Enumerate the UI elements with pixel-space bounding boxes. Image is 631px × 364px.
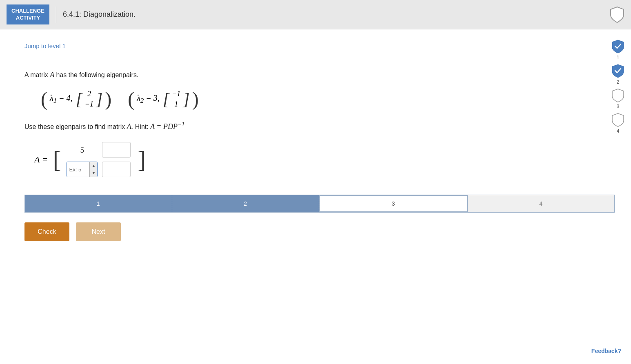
open-paren-1: ( — [41, 89, 47, 109]
left-bracket-1: [ — [76, 91, 82, 108]
matrix-input-1-2[interactable] — [102, 142, 131, 158]
matrix-left-bracket: [ — [53, 147, 61, 172]
right-bracket-2: ] — [183, 91, 189, 108]
matrix-value-1-1: 5 — [80, 145, 84, 155]
shield-checked-2-icon — [611, 64, 624, 78]
matrix-cell-2-2[interactable] — [100, 160, 133, 178]
matrix-cell-1-2[interactable] — [100, 141, 133, 159]
problem-statement: A matrix A has the following eigenpairs. — [24, 71, 615, 79]
feedback-link[interactable]: Feedback? — [591, 348, 621, 354]
sidebar-badge-number-2: 2 — [617, 79, 620, 85]
header: CHALLENGE ACTIVITY 6.4.1: Diagonalizatio… — [0, 0, 631, 29]
progress-bar: 1 2 3 4 — [24, 195, 615, 213]
matrix-var-inline: A — [50, 71, 56, 79]
jump-to-level-link[interactable]: Jump to level 1 — [24, 42, 66, 49]
spinner-up-button[interactable]: ▲ — [90, 162, 97, 169]
challenge-label: CHALLENGE ACTIVITY — [7, 4, 49, 25]
check-button[interactable]: Check — [24, 222, 69, 241]
header-title: 6.4.1: Diagonalization. — [63, 10, 610, 19]
main-content: Jump to level 1 A matrix A has the follo… — [0, 29, 631, 364]
sidebar-item-1[interactable]: 1 — [611, 39, 624, 60]
eigenpair-2: ( λ2 = 3, [ −1 1 ] ) — [128, 89, 198, 109]
sidebar-badge-number-4: 4 — [617, 128, 620, 134]
header-divider — [56, 7, 56, 23]
header-shield-icon — [610, 6, 624, 23]
eigenpair-2-content: λ2 = 3, [ −1 1 ] — [137, 89, 189, 109]
next-button[interactable]: Next — [76, 222, 121, 241]
progress-segment-3[interactable]: 3 — [319, 195, 468, 212]
progress-segment-2[interactable]: 2 — [172, 195, 320, 212]
matrix-spinner-2-1[interactable]: ▲ ▼ — [67, 162, 98, 177]
spinner-buttons: ▲ ▼ — [89, 162, 97, 177]
close-paren-2: ) — [192, 89, 199, 109]
matrix-cell-1-1: 5 — [66, 141, 98, 159]
sidebar-item-4[interactable]: 4 — [611, 113, 624, 134]
sidebar: 1 2 3 4 — [611, 39, 624, 134]
matrix-input-2-2[interactable] — [102, 162, 131, 177]
vector-1-values: 2 −1 — [83, 89, 95, 109]
eigenpair-1: ( λ1 = 4, [ 2 −1 ] ) — [41, 89, 111, 109]
sidebar-badge-number-1: 1 — [617, 55, 620, 60]
right-bracket-1: ] — [96, 91, 102, 108]
shield-empty-4-icon — [611, 113, 624, 127]
shield-checked-1-icon — [611, 39, 624, 54]
action-buttons: Check Next — [24, 222, 615, 241]
matrix-grid: 5 ▲ ▼ — [66, 141, 133, 178]
left-bracket-2: [ — [163, 91, 169, 108]
matrix-answer-area: A = [ 5 ▲ ▼ — [34, 141, 615, 178]
shield-empty-3-icon — [611, 88, 624, 103]
matrix-right-bracket: ] — [138, 147, 146, 172]
vector-2-values: −1 1 — [170, 89, 182, 109]
spinner-down-button[interactable]: ▼ — [90, 169, 97, 177]
sidebar-badge-number-3: 3 — [617, 104, 620, 109]
matrix-answer-label: A = — [34, 154, 48, 165]
eigenpairs-display: ( λ1 = 4, [ 2 −1 ] ) ( λ2 = 3, — [41, 89, 615, 109]
eigenpair-1-content: λ1 = 4, [ 2 −1 ] — [50, 89, 102, 109]
progress-segment-1[interactable]: 1 — [25, 195, 172, 212]
close-paren-1: ) — [105, 89, 111, 109]
vector-1-bracket: [ 2 −1 ] — [76, 89, 102, 109]
matrix-cell-2-1[interactable]: ▲ ▼ — [66, 160, 98, 178]
progress-segment-4[interactable]: 4 — [468, 195, 615, 212]
matrix-spinner-input-2-1[interactable] — [67, 162, 89, 177]
open-paren-2: ( — [128, 89, 134, 109]
vector-2-bracket: [ −1 1 ] — [163, 89, 190, 109]
hint-text: Use these eigenpairs to find matrix A. H… — [24, 121, 615, 131]
sidebar-item-3[interactable]: 3 — [611, 88, 624, 109]
sidebar-item-2[interactable]: 2 — [611, 64, 624, 85]
